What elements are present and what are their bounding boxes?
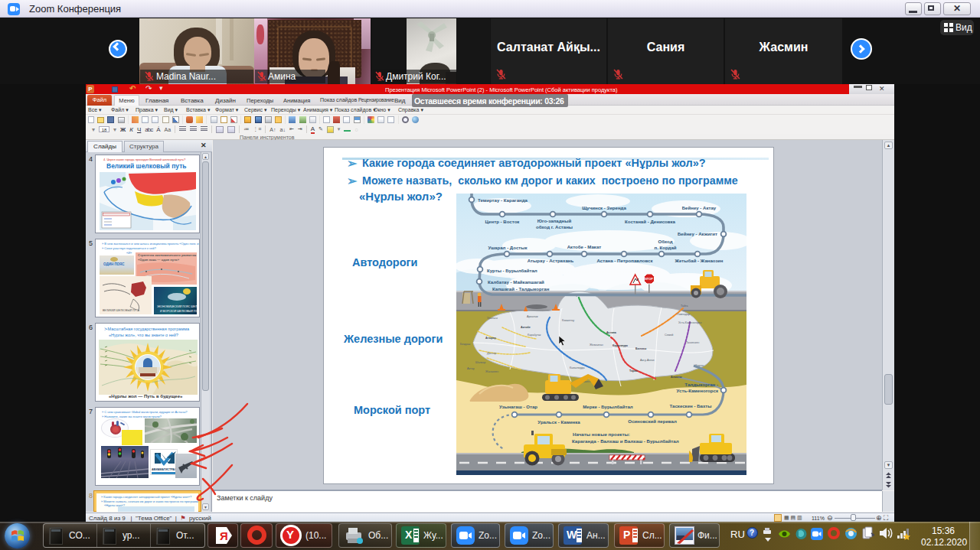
svg-text:Аксу-Аягоз: Аксу-Аягоз — [640, 359, 655, 362]
svg-text:Аркалык: Аркалык — [527, 315, 538, 318]
svg-text:п. Кордай: п. Кордай — [654, 245, 676, 250]
svg-text:Усть-Каменогорск: Усть-Каменогорск — [677, 388, 719, 393]
svg-text:Жанаозен: Жанаозен — [485, 370, 498, 373]
svg-text:STOP: STOP — [645, 277, 653, 281]
svg-text:Актау: Актау — [467, 367, 475, 370]
svg-text:Бейнеу - Акжигит: Бейнеу - Акжигит — [678, 231, 717, 236]
svg-text:Кызылорда: Кызылорда — [570, 366, 586, 369]
svg-text:Таскескен - Бахты: Таскескен - Бахты — [670, 403, 712, 408]
svg-text:Ушарал - Достык: Ушарал - Достык — [488, 245, 528, 250]
svg-text:Караганда - Балхаш и Балхаш -: Караганда - Балхаш и Балхаш - Бурылбайта… — [572, 438, 679, 444]
svg-text:Алматы: Алматы — [671, 376, 682, 379]
svg-text:Обход: Обход — [658, 239, 672, 244]
svg-text:Астана - Петропавловск: Астана - Петропавловск — [597, 258, 654, 263]
svg-text:Астана: Астана — [606, 331, 617, 334]
svg-text:Уральск: Уральск — [487, 317, 498, 320]
svg-text:Карабутак: Карабутак — [528, 334, 541, 337]
svg-text:Бекдаш: Бекдаш — [460, 343, 470, 346]
svg-text:Тайга: Тайга — [681, 304, 688, 308]
svg-text:Караганды: Караганды — [612, 344, 628, 347]
svg-text:Атырау: Атырау — [485, 337, 497, 340]
svg-text:Щучинск - Зеренда: Щучинск - Зеренда — [582, 205, 626, 210]
svg-text:Осиновский перевал: Осиновский перевал — [628, 418, 677, 424]
svg-text:Балхаш: Балхаш — [635, 347, 646, 350]
svg-text:Семей: Семей — [665, 334, 673, 337]
svg-text:Уральск - Каменка: Уральск - Каменка — [537, 419, 580, 425]
svg-text:Актобе: Актобе — [521, 326, 531, 329]
svg-text:Узынагаш - Отар: Узынагаш - Отар — [499, 404, 537, 409]
svg-text:Шалкар: Шалкар — [475, 361, 485, 364]
svg-text:Кокшетау: Кокшетау — [562, 319, 574, 322]
svg-text:Жетыбай - Жанаозен: Жетыбай - Жанаозен — [674, 258, 723, 263]
svg-text:Жезказган: Жезказган — [590, 343, 603, 347]
svg-text:Павлодар: Павлодар — [677, 313, 690, 316]
svg-text:Бейнеу - Актау: Бейнеу - Актау — [682, 205, 717, 210]
svg-text:обход г. Астаны: обход г. Астаны — [536, 224, 573, 229]
svg-text:Курты - Бурылбайтал: Курты - Бурылбайтал — [487, 268, 537, 273]
svg-text:Я: Я — [220, 529, 228, 542]
svg-text:Начаты новые проекты:: Начаты новые проекты: — [573, 431, 630, 437]
svg-text:Мерке - Бурылбайтал: Мерке - Бурылбайтал — [583, 404, 633, 409]
svg-text:Калбатау - Майкапшагай: Калбатау - Майкапшагай — [488, 279, 544, 285]
svg-text:Актобе - Макат: Актобе - Макат — [567, 244, 602, 249]
svg-text:Тараз: Тараз — [629, 369, 638, 373]
svg-text:Доссор: Доссор — [487, 352, 496, 355]
svg-text:Темиртау - Караганда: Темиртау - Караганда — [478, 197, 528, 203]
svg-text:ВЕЛИКИЙ ШЕЛКОВЫЙ ПУТЬ: ВЕЛИКИЙ ШЕЛКОВЫЙ ПУТЬ — [103, 309, 140, 312]
svg-text:Юго-западный: Юго-западный — [537, 218, 572, 223]
svg-text:Усть-Каменогорск: Усть-Каменогорск — [678, 321, 702, 324]
svg-text:Центр - Восток: Центр - Восток — [485, 219, 521, 224]
svg-text:Талдыкорган -: Талдыкорган - — [684, 382, 718, 387]
svg-text:Костанай - Денисовка: Костанай - Денисовка — [625, 219, 675, 224]
svg-text:Таскескен: Таскескен — [686, 341, 699, 344]
svg-text:Атырау - Астрахань: Атырау - Астрахань — [528, 258, 574, 263]
svg-text:Капшагай - Талдыкорган: Капшагай - Талдыкорган — [492, 286, 550, 291]
